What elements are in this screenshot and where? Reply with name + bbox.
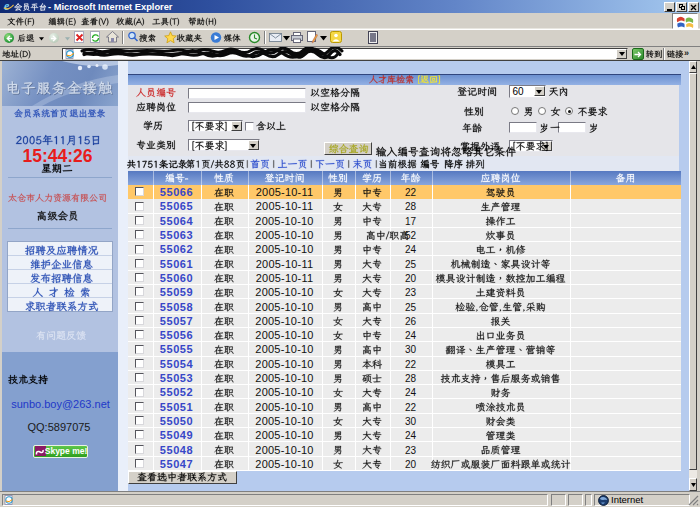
svg-text:e: e — [4, 1, 10, 12]
